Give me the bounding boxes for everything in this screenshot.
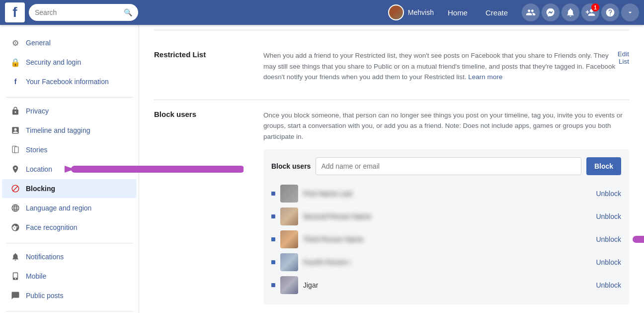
block-name-input[interactable] (316, 157, 581, 175)
avatar (280, 230, 298, 248)
globe-icon (10, 203, 21, 213)
unblock-link[interactable]: Unblock (596, 258, 621, 266)
sidebar-item-your-fb-info[interactable]: f Your Facebook information (2, 72, 137, 91)
blocked-user-name: Second Person Name (303, 212, 591, 220)
section-title-restricted: Restricted List (154, 50, 253, 90)
avatar (280, 253, 298, 271)
topnav-center: Mehvish Home Create (388, 4, 512, 20)
dropdown-icon-btn[interactable] (621, 3, 639, 21)
main-content: Manage blocking Restricted List When you… (139, 0, 644, 313)
sidebar-group-1: ⚙ General 🔒 Security and login f Your Fa… (0, 33, 139, 91)
block-input-row: Block users Block (271, 157, 621, 175)
unblock-arrow-annotation (621, 224, 644, 254)
block-input-label: Block users (271, 162, 311, 170)
sidebar-item-label: Notifications (26, 253, 64, 261)
sidebar-item-location[interactable]: Location (2, 160, 137, 179)
avatar (388, 4, 404, 20)
section-title-block-users: Block users (154, 110, 253, 305)
sidebar-item-label: Stories (26, 146, 48, 154)
notifications-icon-btn[interactable] (562, 3, 579, 21)
blocked-user-name: Third Person Name (303, 235, 591, 243)
sidebar-group-3: Notifications Mobile Public posts (0, 247, 139, 305)
restricted-list-section: Restricted List When you add a friend to… (154, 40, 629, 100)
sidebar-item-label: Your Facebook information (26, 78, 109, 86)
sidebar-item-general[interactable]: ⚙ General (2, 33, 137, 52)
unblock-link[interactable]: Unblock (596, 281, 621, 289)
sidebar-item-label: Face recognition (26, 223, 78, 231)
settings-sidebar: ⚙ General 🔒 Security and login f Your Fa… (0, 25, 139, 313)
section-body-block-users: Once you block someone, that person can … (263, 110, 629, 305)
list-item: Third Person Name Unblock (271, 228, 621, 251)
list-bullet (271, 260, 275, 264)
blocked-users-list: First Name Last Unblock Second Person Na… (271, 182, 621, 297)
unblock-link[interactable]: Unblock (596, 190, 621, 198)
gear-icon: ⚙ (10, 37, 21, 48)
topnav-icons: 1 (522, 3, 639, 21)
lock-icon (10, 105, 21, 116)
sidebar-item-face-recognition[interactable]: Face recognition (2, 218, 137, 237)
people-icon-btn[interactable] (522, 3, 540, 21)
sidebar-item-label: Mobile (26, 272, 46, 280)
top-navigation: f 🔍 Mehvish Home Create 1 (0, 0, 644, 25)
sidebar-item-blocking[interactable]: Blocking (2, 179, 137, 198)
sidebar-item-label: Public posts (26, 292, 63, 300)
sidebar-item-label: Location (26, 165, 52, 173)
sidebar-item-label: Language and region (26, 204, 91, 212)
facebook-logo[interactable]: f (5, 2, 25, 22)
location-icon (10, 164, 21, 175)
shield-icon: 🔒 (10, 57, 21, 68)
bell-icon (10, 251, 21, 262)
timeline-icon (10, 125, 21, 136)
friend-requests-icon-btn[interactable]: 1 (581, 3, 599, 21)
face-recognition-icon (10, 222, 21, 233)
sidebar-group-2: Privacy Timeline and tagging Stories Loc… (0, 102, 139, 237)
phone-icon (10, 271, 21, 282)
username-label: Mehvish (408, 8, 434, 16)
list-item: Jigar Unblock (271, 274, 621, 297)
sidebar-item-stories[interactable]: Stories (2, 140, 137, 159)
user-profile-link[interactable]: Mehvish (388, 4, 434, 20)
sidebar-item-timeline[interactable]: Timeline and tagging (2, 121, 137, 140)
blocked-user-name: Jigar (303, 281, 591, 289)
sidebar-item-public-posts[interactable]: Public posts (2, 286, 137, 305)
block-button[interactable]: Block (586, 157, 621, 175)
unblock-link[interactable]: Unblock (596, 235, 621, 243)
search-input[interactable] (35, 8, 121, 16)
sidebar-item-language-region[interactable]: Language and region (2, 199, 137, 217)
sidebar-item-label: Privacy (26, 107, 49, 115)
block-users-description: Once you block someone, that person can … (263, 110, 629, 142)
section-top-restricted: When you add a friend to your Restricted… (263, 50, 629, 90)
blocked-user-name: First Name Last (303, 190, 591, 198)
block-users-box: Block users Block First Name Last Unbloc… (263, 149, 629, 305)
sidebar-item-mobile[interactable]: Mobile (2, 267, 137, 286)
sidebar-item-privacy[interactable]: Privacy (2, 102, 137, 120)
svg-rect-1 (15, 147, 19, 153)
list-item: Second Person Name Unblock (271, 205, 621, 228)
restricted-learn-more-link[interactable]: Learn more (468, 73, 502, 81)
avatar (280, 185, 298, 203)
sidebar-divider-3 (6, 311, 133, 312)
list-item: First Name Last Unblock (271, 182, 621, 205)
restricted-description: When you add a friend to your Restricted… (263, 50, 618, 83)
blocked-users-wrapper: First Name Last Unblock Second Person Na… (271, 182, 621, 297)
avatar (280, 276, 298, 294)
notification-badge: 1 (591, 3, 599, 11)
messenger-icon-btn[interactable] (542, 3, 560, 21)
unblock-link[interactable]: Unblock (596, 212, 621, 220)
sidebar-item-label: Security and login (26, 58, 81, 66)
stories-icon (10, 144, 21, 155)
avatar (280, 208, 298, 225)
sidebar-item-label: Blocking (26, 185, 55, 193)
help-icon-btn[interactable] (601, 3, 619, 21)
sidebar-item-security-login[interactable]: 🔒 Security and login (2, 53, 137, 72)
sidebar-divider-1 (6, 97, 133, 98)
list-bullet (271, 214, 275, 218)
search-bar[interactable]: 🔍 (29, 4, 138, 21)
edit-list-button[interactable]: Edit List (618, 50, 629, 65)
block-users-section: Block users Once you block someone, that… (154, 100, 629, 313)
create-link[interactable]: Create (482, 6, 512, 19)
sidebar-item-notifications[interactable]: Notifications (2, 247, 137, 266)
home-link[interactable]: Home (444, 6, 472, 19)
blocked-user-name: Fourth Person i (303, 258, 591, 266)
sidebar-item-label: General (26, 39, 51, 47)
